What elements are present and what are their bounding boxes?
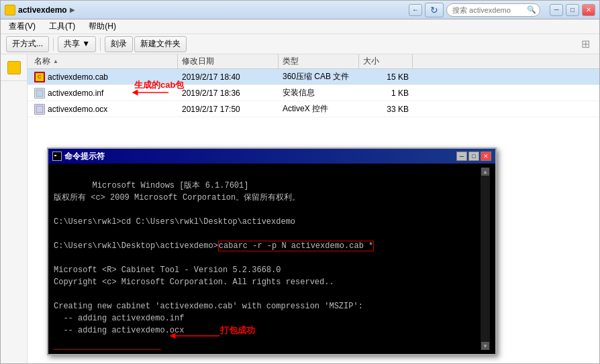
close-button[interactable]: ✕ bbox=[582, 4, 595, 16]
share-label: 共享 ▼ bbox=[64, 38, 90, 50]
cmd-content: Microsoft Windows [版本 6.1.7601] 版权所有 <c>… bbox=[48, 164, 495, 354]
menu-help[interactable]: 帮助(H) bbox=[86, 21, 119, 32]
file-date-ocx: 2019/2/17 17:50 bbox=[178, 105, 279, 114]
menu-tools[interactable]: 工具(T) bbox=[46, 21, 78, 32]
refresh-icon: ↻ bbox=[430, 5, 438, 15]
col-header-size[interactable]: 大小 bbox=[359, 54, 413, 68]
refresh-button[interactable]: ↻ bbox=[425, 3, 444, 17]
file-size-ocx: 33 KB bbox=[359, 105, 413, 114]
title-arrow: ▶ bbox=[70, 6, 75, 13]
svg-rect-0 bbox=[36, 90, 43, 97]
cab-annotation-label: 生成的cab包 bbox=[134, 79, 184, 91]
cmd-line-10: Creating new cabinet 'activexdemo.cab' w… bbox=[54, 302, 363, 311]
back-icon: ← bbox=[412, 6, 419, 13]
success-annotation-label: 打包成功 bbox=[220, 324, 255, 337]
open-button[interactable]: 开方式... bbox=[6, 36, 49, 52]
cmd-title-left: 命令提示符 bbox=[52, 151, 105, 162]
file-type-cab: 360压缩 CAB 文件 bbox=[279, 71, 359, 82]
col-header-date[interactable]: 修改日期 bbox=[178, 54, 279, 68]
cmd-highlight-line: cabarc -r -p N activexdemo.cab * bbox=[218, 241, 374, 251]
close-icon: ✕ bbox=[586, 6, 591, 13]
search-wrapper: 🔍 bbox=[446, 3, 540, 17]
view-toggle-icon[interactable]: ⊞ bbox=[577, 38, 594, 50]
cmd-minimize-icon: ─ bbox=[460, 153, 464, 160]
file-type-inf: 安装信息 bbox=[279, 87, 359, 99]
maximize-icon: □ bbox=[570, 6, 574, 13]
cmd-controls: ─ □ ✕ bbox=[456, 151, 491, 161]
file-type-ocx: ActiveX 控件 bbox=[279, 103, 359, 115]
search-input[interactable] bbox=[446, 3, 540, 17]
minimize-button[interactable]: ─ bbox=[550, 4, 563, 16]
cmd-completed-line: Completed successfully bbox=[54, 349, 161, 350]
table-row[interactable]: activexdemo.ocx 2019/2/17 17:50 ActiveX … bbox=[28, 101, 599, 117]
title-bar: activexdemo ▶ ← ↻ 🔍 ─ □ ✕ bbox=[1, 1, 599, 19]
table-row[interactable]: activexdemo.inf 2019/2/17 18:36 安装信息 1 K… bbox=[28, 85, 599, 101]
cmd-minimize-button[interactable]: ─ bbox=[456, 151, 467, 161]
cmd-line-12: -- adding activexdemo.ocx bbox=[54, 326, 184, 335]
cmd-window: 命令提示符 ─ □ ✕ Microsoft Windows [版本 6.1.76… bbox=[47, 147, 497, 355]
table-row[interactable]: C activexdemo.cab 2019/2/17 18:40 360压缩 … bbox=[28, 69, 599, 85]
cmd-app-icon bbox=[52, 151, 62, 161]
cmd-line-5: C:\Users\rwkl\Desktop\activexdemo> bbox=[54, 241, 218, 251]
ocx-file-icon bbox=[34, 104, 45, 115]
burn-button[interactable]: 刻录 bbox=[105, 36, 133, 52]
file-size-inf: 1 KB bbox=[359, 88, 413, 98]
inf-file-icon bbox=[34, 88, 45, 99]
column-headers: 名称 ▲ 修改日期 类型 大小 bbox=[28, 54, 599, 69]
toolbar-sep-2 bbox=[100, 38, 101, 51]
nav-back-button[interactable]: ← bbox=[409, 4, 422, 16]
cmd-title-bar: 命令提示符 ─ □ ✕ bbox=[48, 149, 495, 164]
file-name-ocx: activexdemo.ocx bbox=[30, 104, 178, 115]
svg-rect-4 bbox=[54, 155, 56, 156]
burn-label: 刻录 bbox=[111, 38, 127, 50]
cmd-line-11: -- adding activexdemo.inf bbox=[54, 314, 184, 323]
cmd-line-0: Microsoft Windows [版本 6.1.7601] bbox=[93, 181, 249, 190]
col-header-name[interactable]: 名称 ▲ bbox=[30, 54, 178, 68]
scroll-down-button[interactable]: ▼ bbox=[481, 342, 489, 350]
cmd-close-icon: ✕ bbox=[483, 153, 489, 160]
menu-bar: 查看(V) 工具(T) 帮助(H) bbox=[1, 19, 599, 34]
minimize-icon: ─ bbox=[554, 6, 558, 13]
cmd-line-1: 版权所有 <c> 2009 Microsoft Corporation。保留所有… bbox=[54, 193, 300, 202]
new-folder-button[interactable]: 新建文件夹 bbox=[134, 36, 187, 52]
share-button[interactable]: 共享 ▼ bbox=[58, 36, 96, 52]
cmd-line-8: Copyright <c> Microsoft Corporation. All… bbox=[54, 278, 334, 287]
col-header-type[interactable]: 类型 bbox=[279, 54, 359, 68]
cab-file-icon: C bbox=[34, 72, 45, 82]
folder-icon bbox=[5, 5, 15, 15]
maximize-button[interactable]: □ bbox=[566, 4, 579, 16]
title-text: activexdemo bbox=[18, 5, 67, 15]
cmd-title-text: 命令提示符 bbox=[64, 151, 105, 162]
sidebar-folder-icon bbox=[7, 61, 21, 74]
toolbar: 开方式... 共享 ▼ 刻录 新建文件夹 ⊞ bbox=[1, 34, 599, 54]
cmd-maximize-icon: □ bbox=[472, 153, 475, 160]
menu-view[interactable]: 查看(V) bbox=[6, 21, 38, 32]
scroll-up-button[interactable]: ▲ bbox=[481, 168, 489, 176]
cmd-scrollbar[interactable]: ▲ ▼ bbox=[481, 168, 490, 350]
sort-arrow-name: ▲ bbox=[53, 58, 58, 64]
toolbar-sep-1 bbox=[53, 38, 54, 51]
file-date-cab: 2019/2/17 18:40 bbox=[178, 72, 279, 82]
cmd-close-button[interactable]: ✕ bbox=[481, 151, 491, 161]
open-label: 开方式... bbox=[12, 38, 43, 50]
sidebar bbox=[1, 54, 28, 363]
cmd-line-3: C:\Users\rwkl>cd C:\Users\rwkl\Desktop\a… bbox=[54, 217, 295, 227]
search-icon: 🔍 bbox=[527, 5, 536, 14]
file-size-cab: 15 KB bbox=[359, 72, 413, 82]
cmd-maximize-button[interactable]: □ bbox=[468, 151, 479, 161]
svg-rect-1 bbox=[36, 106, 43, 113]
file-date-inf: 2019/2/17 18:36 bbox=[178, 88, 279, 98]
cmd-text: Microsoft Windows [版本 6.1.7601] 版权所有 <c>… bbox=[54, 168, 481, 350]
cmd-line-7: Microsoft <R> Cabinet Tool - Version 5.2… bbox=[54, 265, 281, 275]
new-folder-label: 新建文件夹 bbox=[140, 38, 181, 50]
